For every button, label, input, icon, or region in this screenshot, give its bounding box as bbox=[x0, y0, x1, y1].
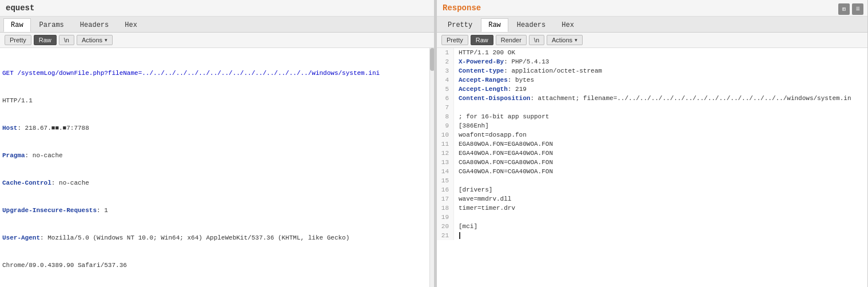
request-title: equest bbox=[0, 0, 434, 17]
raw-btn-request[interactable]: Raw bbox=[34, 35, 57, 45]
response-line-8: 8; for 16-bit app support bbox=[437, 112, 867, 121]
line-number-16: 16 bbox=[437, 185, 454, 194]
line-text-14: CGA40WOA.FON=CGA40WOA.FON bbox=[454, 167, 867, 176]
line-text-5: Accept-Length: 219 bbox=[454, 85, 867, 94]
response-line-7: 7 bbox=[437, 103, 867, 112]
raw-btn-response[interactable]: Raw bbox=[471, 35, 493, 45]
line-text-12: EGA40WOA.FON=EGA40WOA.FON bbox=[454, 149, 867, 158]
actions-btn-request[interactable]: Actions ▾ bbox=[77, 35, 113, 45]
line-number-8: 8 bbox=[437, 112, 454, 121]
line-number-20: 20 bbox=[437, 222, 454, 231]
response-line-21: 21 bbox=[437, 231, 867, 240]
line-text-3: Content-type: application/octet-stream bbox=[454, 66, 867, 75]
line-number-4: 4 bbox=[437, 75, 454, 85]
line-text-7 bbox=[454, 103, 867, 112]
request-scroll-thumb[interactable] bbox=[430, 48, 434, 71]
request-scrollbar[interactable] bbox=[429, 48, 434, 287]
line-number-12: 12 bbox=[437, 149, 454, 158]
response-line-11: 11EGA80WOA.FON=EGA80WOA.FON bbox=[437, 139, 867, 149]
actions-label-response: Actions bbox=[552, 37, 572, 43]
chevron-down-icon-response: ▾ bbox=[575, 37, 578, 43]
tab-headers-request[interactable]: Headers bbox=[73, 18, 116, 32]
actions-label-request: Actions bbox=[82, 37, 102, 43]
chevron-down-icon-request: ▾ bbox=[105, 37, 107, 43]
request-tab-bar: Raw Params Headers Hex bbox=[0, 17, 434, 33]
tab-hex-request[interactable]: Hex bbox=[117, 18, 145, 32]
line-text-15 bbox=[454, 176, 867, 185]
line-text-19 bbox=[454, 213, 867, 222]
n-btn-response[interactable]: \n bbox=[529, 35, 544, 45]
line-text-18: timer=timer.drv bbox=[454, 204, 867, 213]
response-line-13: 13CGA80WOA.FON=CGA80WOA.FON bbox=[437, 158, 867, 167]
request-content-area[interactable]: GET /systemLog/downFile.php?fileName=../… bbox=[0, 48, 434, 287]
tab-params[interactable]: Params bbox=[32, 18, 71, 32]
line-number-17: 17 bbox=[437, 194, 454, 204]
line-text-8: ; for 16-bit app support bbox=[454, 112, 867, 121]
line-number-6: 6 bbox=[437, 94, 454, 103]
response-tab-bar: Pretty Raw Headers Hex bbox=[437, 17, 867, 33]
tab-raw-request[interactable]: Raw bbox=[3, 18, 31, 32]
line-text-20: [mci] bbox=[454, 222, 867, 231]
tab-raw-response-pretty[interactable]: Pretty bbox=[440, 18, 480, 32]
tab-hex-response[interactable]: Hex bbox=[554, 18, 582, 32]
response-line-9: 9[386Enh] bbox=[437, 121, 867, 130]
line-text-2: X-Powered-By: PHP/5.4.13 bbox=[454, 57, 867, 66]
request-body: GET /systemLog/downFile.php?fileName=../… bbox=[0, 48, 434, 287]
response-toolbar: Pretty Raw Render \n Actions ▾ bbox=[437, 33, 867, 48]
line-text-13: CGA80WOA.FON=CGA80WOA.FON bbox=[454, 158, 867, 167]
response-content-area[interactable]: 1HTTP/1.1 200 OK2X-Powered-By: PHP/5.4.1… bbox=[437, 48, 867, 287]
line-number-11: 11 bbox=[437, 139, 454, 149]
line-number-5: 5 bbox=[437, 85, 454, 94]
response-line-16: 16[drivers] bbox=[437, 185, 867, 194]
line-number-15: 15 bbox=[437, 176, 454, 185]
response-line-14: 14CGA40WOA.FON=CGA40WOA.FON bbox=[437, 167, 867, 176]
line-text-6: Content-Disposition: attachment; filenam… bbox=[454, 94, 867, 103]
request-toolbar: Pretty Raw \n Actions ▾ bbox=[0, 33, 434, 48]
line-number-13: 13 bbox=[437, 158, 454, 167]
response-line-20: 20[mci] bbox=[437, 222, 867, 231]
line-number-18: 18 bbox=[437, 204, 454, 213]
line-number-19: 19 bbox=[437, 213, 454, 222]
response-line-18: 18timer=timer.drv bbox=[437, 204, 867, 213]
line-number-1: 1 bbox=[437, 48, 454, 57]
render-btn-response[interactable]: Render bbox=[496, 35, 527, 45]
line-text-9: [386Enh] bbox=[454, 121, 867, 130]
tab-raw-response[interactable]: Raw bbox=[481, 18, 508, 32]
response-title-text: Response bbox=[443, 3, 481, 13]
pretty-btn-request[interactable]: Pretty bbox=[5, 35, 31, 45]
response-line-17: 17wave=mmdrv.dll bbox=[437, 194, 867, 204]
line-text-21 bbox=[454, 231, 867, 240]
line-number-3: 3 bbox=[437, 66, 454, 75]
line-number-9: 9 bbox=[437, 121, 454, 130]
response-lines: 1HTTP/1.1 200 OK2X-Powered-By: PHP/5.4.1… bbox=[437, 48, 867, 240]
line-number-21: 21 bbox=[437, 231, 454, 240]
n-btn-request[interactable]: \n bbox=[59, 35, 74, 45]
corner-controls: ⊞ ≡ bbox=[838, 3, 863, 15]
request-title-text: equest bbox=[6, 3, 34, 13]
response-line-3: 3Content-type: application/octet-stream bbox=[437, 66, 867, 75]
pretty-btn-response[interactable]: Pretty bbox=[441, 35, 468, 45]
response-line-6: 6Content-Disposition: attachment; filena… bbox=[437, 94, 867, 103]
text-cursor bbox=[459, 232, 460, 239]
response-line-4: 4Accept-Ranges: bytes bbox=[437, 75, 867, 85]
tab-headers-response[interactable]: Headers bbox=[509, 18, 553, 32]
response-line-19: 19 bbox=[437, 213, 867, 222]
response-line-5: 5Accept-Length: 219 bbox=[437, 85, 867, 94]
menu-icon[interactable]: ≡ bbox=[852, 3, 863, 15]
response-line-15: 15 bbox=[437, 176, 867, 185]
line-number-10: 10 bbox=[437, 130, 454, 139]
response-line-10: 10woafont=dosapp.fon bbox=[437, 130, 867, 139]
line-text-10: woafont=dosapp.fon bbox=[454, 130, 867, 139]
line-number-7: 7 bbox=[437, 103, 454, 112]
response-title: Response bbox=[437, 0, 867, 17]
line-text-1: HTTP/1.1 200 OK bbox=[454, 48, 867, 57]
actions-btn-response[interactable]: Actions ▾ bbox=[547, 35, 583, 45]
response-line-1: 1HTTP/1.1 200 OK bbox=[437, 48, 867, 57]
line-text-16: [drivers] bbox=[454, 185, 867, 194]
line-text-17: wave=mmdrv.dll bbox=[454, 194, 867, 204]
line-number-14: 14 bbox=[437, 167, 454, 176]
split-view-icon[interactable]: ⊞ bbox=[838, 3, 850, 15]
response-line-2: 2X-Powered-By: PHP/5.4.13 bbox=[437, 57, 867, 66]
line-number-2: 2 bbox=[437, 57, 454, 66]
line-text-4: Accept-Ranges: bytes bbox=[454, 75, 867, 85]
